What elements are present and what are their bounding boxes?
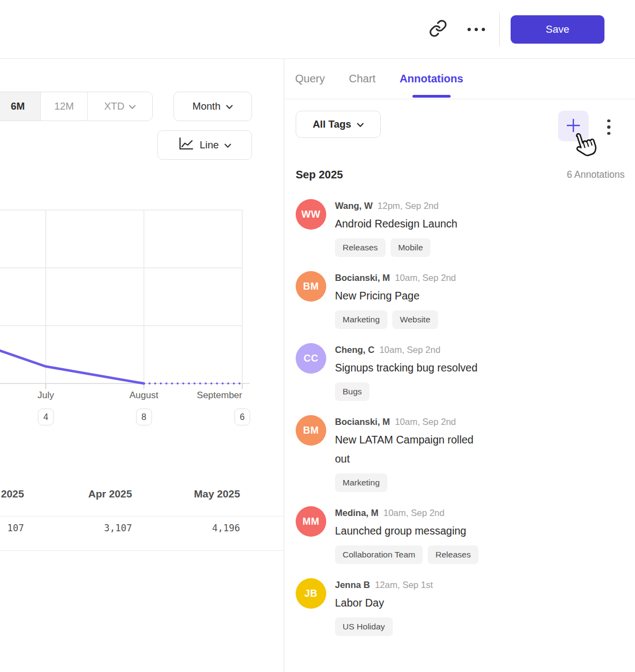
annotation-author: Bocianski, M bbox=[335, 273, 390, 283]
tag-chip[interactable]: US Holiday bbox=[335, 617, 393, 636]
link-icon bbox=[429, 19, 447, 39]
annotation-author: Cheng, C bbox=[335, 345, 374, 355]
tag-chip[interactable]: Mobile bbox=[391, 238, 431, 257]
annotation-item[interactable]: MM Medina, M 10am, Sep 2nd Launched grou… bbox=[296, 506, 625, 564]
table-divider bbox=[0, 516, 284, 517]
annotation-body: Bocianski, M 10am, Sep 2nd New LATAM Cam… bbox=[335, 415, 490, 492]
line-chart-icon bbox=[178, 136, 194, 154]
table-column-header: Apr 2025 bbox=[88, 488, 132, 500]
table-column-header: 2025 bbox=[1, 488, 24, 500]
tab-annotations[interactable]: Annotations bbox=[399, 59, 463, 99]
annotation-tags: Marketing bbox=[335, 473, 490, 492]
x-axis-label: July bbox=[38, 390, 54, 401]
avatar-initials: JB bbox=[304, 588, 317, 599]
topbar-divider bbox=[499, 13, 500, 46]
range-6m-button[interactable]: 6M bbox=[0, 92, 41, 121]
tag-chip[interactable]: Website bbox=[392, 310, 438, 329]
tag-chip[interactable]: Marketing bbox=[335, 310, 387, 329]
annotation-item[interactable]: WW Wang, W 12pm, Sep 2nd Android Redesig… bbox=[296, 199, 625, 257]
active-tab-underline bbox=[412, 95, 451, 98]
annotation-time: 10am, Sep 2nd bbox=[395, 417, 456, 427]
x-axis-badges: 486 bbox=[0, 409, 284, 426]
add-annotation-button[interactable] bbox=[558, 111, 589, 141]
annotation-title: New LATAM Campaign rolled out bbox=[335, 430, 490, 469]
chevron-down-icon bbox=[224, 139, 231, 151]
annotation-author: Medina, M bbox=[335, 508, 379, 518]
more-options-icon bbox=[468, 28, 485, 31]
annotation-count-label: 6 Annotations bbox=[567, 169, 625, 181]
avatar: BM bbox=[296, 415, 326, 446]
annotation-time: 10am, Sep 2nd bbox=[384, 508, 445, 518]
avatar-initials: WW bbox=[302, 209, 321, 220]
annotation-item[interactable]: JB Jenna B 12am, Sep 1st Labor Day US Ho… bbox=[296, 578, 625, 636]
annotation-tags: Collaboration TeamReleases bbox=[335, 545, 478, 564]
month-group-row: Sep 2025 6 Annotations bbox=[296, 167, 625, 182]
chevron-down-icon bbox=[226, 100, 233, 112]
avatar: JB bbox=[296, 578, 326, 609]
avatar: BM bbox=[296, 271, 326, 302]
annotation-tags: Bugs bbox=[335, 382, 477, 401]
save-button[interactable]: Save bbox=[511, 15, 604, 44]
annotations-panel: Query Chart Annotations All Tags Sep 202… bbox=[284, 59, 635, 672]
x-axis-label: August bbox=[129, 390, 158, 401]
chart-type-select[interactable]: Line bbox=[157, 130, 252, 160]
table-cell: 107 bbox=[7, 523, 24, 533]
annotation-time: 12pm, Sep 2nd bbox=[378, 201, 439, 211]
avatar-initials: MM bbox=[303, 516, 320, 527]
tab-query[interactable]: Query bbox=[295, 59, 325, 99]
tag-chip[interactable]: Marketing bbox=[335, 473, 387, 492]
annotation-body: Medina, M 10am, Sep 2nd Launched group m… bbox=[335, 506, 478, 564]
tag-filter-select[interactable]: All Tags bbox=[296, 111, 381, 138]
table-column-header: May 2025 bbox=[194, 488, 240, 500]
tab-chart[interactable]: Chart bbox=[349, 59, 375, 99]
annotation-tags: MarketingWebsite bbox=[335, 310, 456, 329]
table-cell: 3,107 bbox=[104, 523, 132, 533]
month-group-header: Sep 2025 bbox=[296, 169, 343, 181]
tag-chip[interactable]: Releases bbox=[335, 238, 386, 257]
annotation-list: WW Wang, W 12pm, Sep 2nd Android Redesig… bbox=[296, 199, 625, 650]
annotation-count-badge[interactable]: 4 bbox=[38, 409, 53, 425]
table-cell: 4,196 bbox=[212, 523, 240, 533]
range-12m-button[interactable]: 12M bbox=[41, 92, 88, 121]
annotation-count-badge[interactable]: 6 bbox=[235, 409, 250, 425]
range-xtd-button[interactable]: XTD bbox=[88, 92, 152, 121]
more-options-button[interactable] bbox=[464, 17, 488, 41]
annotation-author: Bocianski, M bbox=[335, 417, 390, 427]
avatar-initials: BM bbox=[303, 425, 319, 436]
tag-chip[interactable]: Releases bbox=[428, 545, 478, 564]
annotation-item[interactable]: BM Bocianski, M 10am, Sep 2nd New LATAM … bbox=[296, 415, 625, 492]
avatar: MM bbox=[296, 506, 326, 537]
avatar-initials: CC bbox=[304, 353, 319, 364]
date-range-group: 6M 12M XTD bbox=[0, 92, 153, 121]
line-chart[interactable] bbox=[0, 210, 284, 390]
annotations-menu-button[interactable] bbox=[601, 115, 617, 139]
panel-tabs: Query Chart Annotations bbox=[284, 59, 635, 99]
chevron-down-icon bbox=[357, 118, 364, 130]
annotation-title: Android Redesign Launch bbox=[335, 214, 457, 233]
annotation-count-badge[interactable]: 8 bbox=[136, 409, 152, 425]
plus-icon bbox=[566, 118, 580, 134]
annotation-time: 10am, Sep 2nd bbox=[395, 273, 456, 283]
annotation-title: Launched group messaging bbox=[335, 521, 478, 541]
annotation-author: Jenna B bbox=[335, 580, 370, 590]
annotation-time: 12am, Sep 1st bbox=[375, 580, 433, 590]
copy-link-button[interactable] bbox=[426, 17, 450, 41]
table-row: 107 3,107 4,196 bbox=[0, 523, 284, 541]
chart-panel: 6M 12M XTD Month Line JulyAugustSeptembe… bbox=[0, 59, 284, 672]
annotation-body: Jenna B 12am, Sep 1st Labor Day US Holid… bbox=[335, 578, 433, 636]
granularity-select[interactable]: Month bbox=[173, 92, 252, 121]
avatar-initials: BM bbox=[303, 281, 319, 292]
annotation-time: 10am, Sep 2nd bbox=[379, 345, 440, 355]
chevron-down-icon bbox=[129, 100, 136, 112]
annotation-body: Cheng, C 10am, Sep 2nd Signups tracking … bbox=[335, 343, 477, 401]
table-header-row: 2025 Apr 2025 May 2025 bbox=[0, 488, 284, 505]
annotation-title: Signups tracking bug resolved bbox=[335, 358, 477, 377]
avatar: CC bbox=[296, 343, 326, 374]
top-bar: Save bbox=[0, 0, 635, 59]
annotation-body: Bocianski, M 10am, Sep 2nd New Pricing P… bbox=[335, 271, 456, 329]
annotation-tags: ReleasesMobile bbox=[335, 238, 457, 257]
tag-chip[interactable]: Collaboration Team bbox=[335, 545, 423, 564]
tag-chip[interactable]: Bugs bbox=[335, 382, 369, 401]
annotation-item[interactable]: BM Bocianski, M 10am, Sep 2nd New Pricin… bbox=[296, 271, 625, 329]
annotation-item[interactable]: CC Cheng, C 10am, Sep 2nd Signups tracki… bbox=[296, 343, 625, 401]
